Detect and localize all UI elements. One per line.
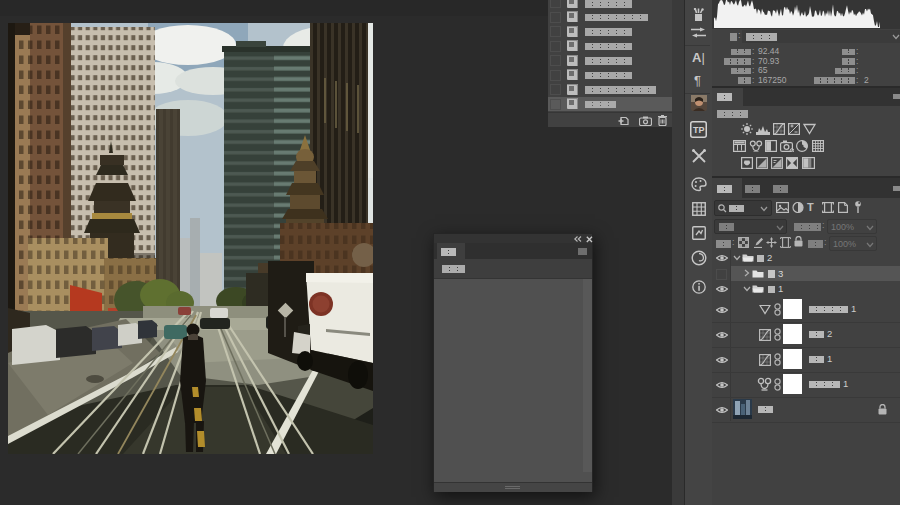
svg-text:TP: TP bbox=[693, 125, 705, 135]
